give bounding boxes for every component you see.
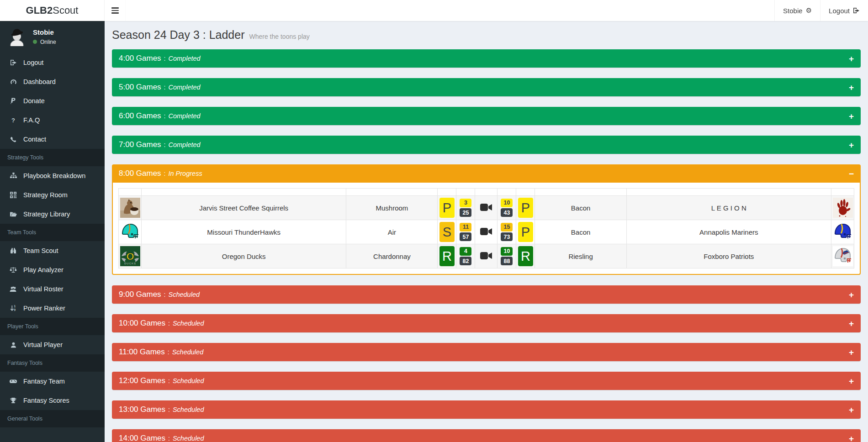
games-table: Jarvis Street Coffee Squirrels Mushroom … (118, 188, 854, 268)
away-status-badge[interactable]: R (518, 246, 533, 266)
plus-icon[interactable]: + (849, 377, 854, 385)
accordion-time-label: 5:00 Games (119, 83, 161, 92)
accordion-13-00-games[interactable]: 13:00 Games : Scheduled + (112, 400, 861, 419)
away-team-name[interactable]: L E G I O N (626, 196, 831, 220)
sidebar-item-power-ranker[interactable]: 19 Power Ranker (0, 299, 105, 318)
user-name: Stobie (33, 28, 56, 36)
accordion-6-00-games[interactable]: 6:00 Games : Completed + (112, 107, 861, 125)
sidebar-section-general-tools: General Tools (0, 410, 105, 427)
away-status-badge[interactable]: P (518, 222, 533, 242)
sidebar-item-contact[interactable]: Contact (0, 130, 105, 149)
topbar-logout-label: Logout (829, 7, 850, 15)
away-logo-cell[interactable] (831, 220, 854, 244)
sidebar-item-label: Power Ranker (23, 305, 65, 312)
home-score-top[interactable]: 4 (460, 247, 471, 256)
sidebar: Stobie Online Logout Dashboard Donate ? … (0, 21, 105, 442)
away-score-top[interactable]: 15 (501, 223, 513, 232)
home-team-name[interactable]: Jarvis Street Coffee Squirrels (142, 196, 346, 220)
accordion-4-00-games[interactable]: 4:00 Games : Completed + (112, 49, 861, 68)
sidebar-item-label: Team Scout (23, 247, 58, 254)
sidebar-item-playbook-breakdown[interactable]: Playbook Breakdown (0, 166, 105, 185)
accordion-5-00-games[interactable]: 5:00 Games : Completed + (112, 78, 861, 96)
user-settings-link[interactable]: Stobie ⚙ (774, 0, 820, 21)
away-logo-cell[interactable] (831, 244, 854, 268)
away-score-top[interactable]: 10 (501, 199, 513, 207)
online-label: Online (40, 39, 56, 45)
home-status-badge[interactable]: P (439, 198, 455, 218)
accordion-14-00-games[interactable]: 14:00 Games : Scheduled + (112, 429, 861, 442)
away-logo-cell[interactable] (831, 196, 854, 220)
logout-link[interactable]: Logout (820, 0, 868, 21)
accordion-time-label: 4:00 Games (119, 54, 161, 63)
home-logo-cell[interactable] (119, 196, 142, 220)
sidebar-item-virtual-player[interactable]: Virtual Player (0, 335, 105, 354)
home-logo-cell[interactable]: O DUCKS (119, 244, 142, 268)
away-score-bottom[interactable]: 88 (501, 257, 513, 265)
away-score-bottom[interactable]: 73 (501, 232, 513, 241)
accordion-12-00-games[interactable]: 12:00 Games : Scheduled + (112, 372, 861, 390)
game-row: O DUCKS Oregon Ducks Chardonnay R 4 82 (119, 244, 854, 268)
sidebar-item-label: Strategy Room (23, 191, 68, 199)
sidebar-item-strategy-room[interactable]: Strategy Room (0, 185, 105, 205)
gear-icon: ⚙ (806, 6, 812, 15)
plus-icon[interactable]: + (849, 112, 854, 121)
accordion-11-00-games[interactable]: 11:00 Games : Scheduled + (112, 343, 861, 361)
plus-icon[interactable]: + (849, 348, 854, 357)
minus-icon[interactable]: − (849, 169, 854, 178)
sidebar-item-fantasy-team[interactable]: Fantasy Team (0, 372, 105, 391)
home-score-bottom[interactable]: 82 (460, 257, 471, 265)
plus-icon[interactable]: + (849, 319, 854, 328)
sidebar-item-faq[interactable]: ? F.A.Q (0, 110, 105, 130)
home-status-badge[interactable]: S (439, 222, 455, 242)
accordion-status-label: Scheduled (173, 377, 204, 384)
sign-out-icon (853, 7, 860, 14)
plus-icon[interactable]: + (849, 83, 854, 92)
home-score-top[interactable]: 3 (460, 199, 471, 207)
home-team-name[interactable]: Oregon Ducks (142, 244, 346, 268)
user-status: Online (33, 39, 56, 45)
avatar[interactable] (7, 27, 26, 46)
game-row: Missouri ThunderHawks Air S 11 57 1 (119, 220, 854, 244)
accordion-10-00-games[interactable]: 10:00 Games : Scheduled + (112, 314, 861, 332)
watch-game-camera-icon[interactable] (480, 252, 492, 261)
home-status-badge[interactable]: R (439, 246, 455, 266)
question-icon: ? (9, 117, 18, 124)
home-score-top[interactable]: 11 (460, 223, 471, 232)
sidebar-item-strategy-library[interactable]: Strategy Library (0, 205, 105, 224)
home-style: Chardonnay (346, 244, 438, 268)
accordion-8-00-games[interactable]: 8:00 Games : In Progress − (112, 164, 861, 183)
accordion-status-label: Scheduled (173, 406, 204, 413)
sidebar-item-virtual-roster[interactable]: Virtual Roster (0, 279, 105, 299)
sidebar-item-fantasy-scores[interactable]: Fantasy Scores (0, 391, 105, 410)
plus-icon[interactable]: + (849, 54, 854, 63)
watch-game-camera-icon[interactable] (480, 227, 492, 237)
plus-icon[interactable]: + (849, 434, 854, 442)
sidebar-item-logout[interactable]: Logout (0, 53, 105, 72)
home-score-bottom[interactable]: 57 (460, 232, 471, 241)
away-team-name[interactable]: Annapolis Mariners (626, 220, 831, 244)
away-score-top[interactable]: 10 (501, 247, 513, 256)
sidebar-item-dashboard[interactable]: Dashboard (0, 72, 105, 91)
home-team-name[interactable]: Missouri ThunderHawks (142, 220, 346, 244)
phone-icon (9, 136, 18, 142)
brand-logo[interactable]: GLB2Scout (0, 0, 105, 21)
plus-icon[interactable]: + (849, 141, 854, 149)
away-team-name[interactable]: Foxboro Patriots (626, 244, 831, 268)
away-score-bottom[interactable]: 43 (501, 208, 513, 217)
sidebar-item-team-scout[interactable]: Team Scout (0, 241, 105, 260)
sidebar-item-label: Fantasy Scores (23, 397, 69, 404)
main-content: Season 24 Day 3 : Ladder Where the toons… (105, 21, 868, 442)
accordion-time-label: 11:00 Games (119, 347, 165, 357)
home-logo-cell[interactable] (119, 220, 142, 244)
menu-toggle-icon[interactable] (105, 0, 126, 21)
accordion-9-00-games[interactable]: 9:00 Games : Scheduled + (112, 285, 861, 304)
away-status-badge[interactable]: P (518, 198, 533, 218)
watch-game-camera-icon[interactable] (480, 203, 492, 213)
plus-icon[interactable]: + (849, 290, 854, 299)
sidebar-item-play-analyzer[interactable]: Play Analyzer (0, 260, 105, 279)
accordion-time-label: 8:00 Games (119, 169, 161, 178)
sidebar-item-donate[interactable]: Donate (0, 91, 105, 110)
plus-icon[interactable]: + (849, 405, 854, 414)
home-score-bottom[interactable]: 25 (460, 208, 471, 217)
accordion-7-00-games[interactable]: 7:00 Games : Completed + (112, 136, 861, 154)
